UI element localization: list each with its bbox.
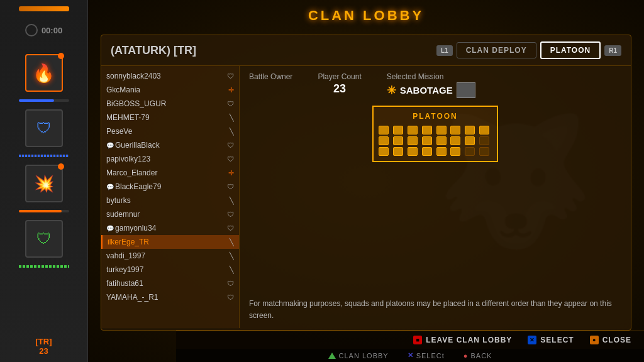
slash-icon: ╲ xyxy=(230,266,234,274)
sidebar-icon-green-shield: 🛡 xyxy=(25,220,63,258)
player-list-item[interactable]: ilkerEge_TR ╲ xyxy=(101,235,239,249)
platoon-cell xyxy=(393,136,403,145)
tab-area: L1 CLAN DEPLOY PLATOON R1 xyxy=(436,41,621,59)
close-label: CLOSE xyxy=(602,336,631,344)
battle-owner-label: Battle Owner xyxy=(249,72,292,81)
sidebar-dots-bar xyxy=(19,265,69,268)
slash-icon: ╲ xyxy=(230,197,234,205)
close-icon: ● xyxy=(590,336,599,344)
tab-r1[interactable]: R1 xyxy=(604,45,621,56)
content-area: sonnyblack2403 🛡 GkcMania ✛ BiGBOSS_UGUR… xyxy=(101,66,631,328)
tab-l1[interactable]: L1 xyxy=(436,45,453,56)
tab-clan-deploy[interactable]: CLAN DEPLOY xyxy=(457,42,536,58)
player-list-item[interactable]: GkcMania ✛ xyxy=(101,83,239,97)
platoon-cell xyxy=(465,126,475,134)
clan-header: (ATATURK) [TR] L1 CLAN DEPLOY PLATOON R1 xyxy=(101,35,631,66)
player-list-item[interactable]: Marco_Elander ✛ xyxy=(101,166,239,180)
player-count-group: Player Count 23 xyxy=(318,72,361,96)
player-list-item[interactable]: fatihusta61 🛡 xyxy=(101,277,239,290)
player-count-label: Player Count xyxy=(318,72,361,81)
progress-fill-blue xyxy=(19,99,54,102)
shield-icon: 🛡 xyxy=(227,155,234,163)
chat-icon: 💬 xyxy=(106,184,114,190)
platoon-cell xyxy=(408,147,418,156)
platoon-cell xyxy=(450,147,460,156)
slash-icon: ╲ xyxy=(230,252,234,260)
stats-bar: Battle Owner Player Count 23 Selected Mi… xyxy=(249,72,621,98)
platoon-cell xyxy=(408,136,418,145)
shield-blue-icon: 🛡 xyxy=(36,119,52,137)
triangle-icon xyxy=(328,353,336,359)
right-panel: Battle Owner Player Count 23 Selected Mi… xyxy=(240,66,631,328)
secondary-clan-lobby[interactable]: CLAN LOBBY xyxy=(328,352,389,359)
player-name: turkey1997 xyxy=(106,265,227,274)
platoon-cell xyxy=(465,147,475,156)
player-name: Marco_Elander xyxy=(106,168,226,177)
player-list[interactable]: sonnyblack2403 🛡 GkcMania ✛ BiGBOSS_UGUR… xyxy=(101,66,240,328)
player-tag: [TR] xyxy=(36,337,52,346)
player-name: GuerillaBlack xyxy=(115,141,225,150)
player-name: GkcMania xyxy=(106,85,226,94)
close-button[interactable]: ● CLOSE xyxy=(590,336,631,344)
player-name: byturks xyxy=(106,196,227,205)
chat-icon: 💬 xyxy=(106,225,114,232)
player-count-value: 23 xyxy=(333,82,346,96)
crosshair-icon: ✛ xyxy=(228,169,234,177)
player-list-item[interactable]: BiGBOSS_UGUR 🛡 xyxy=(101,97,239,111)
player-list-item[interactable]: byturks ╲ xyxy=(101,194,239,207)
select-button[interactable]: ✕ SELECT xyxy=(528,336,574,344)
player-list-item[interactable]: 💬 gamyonlu34 🛡 xyxy=(101,221,239,235)
secondary-back[interactable]: ● BACK xyxy=(464,352,492,359)
player-list-item[interactable]: MEHMET-79 ╲ xyxy=(101,111,239,124)
player-list-item[interactable]: turkey1997 ╲ xyxy=(101,263,239,277)
platoon-cell xyxy=(479,147,489,156)
mission-star: ✳ xyxy=(387,84,396,97)
shield-icon: 🛡 xyxy=(227,100,234,107)
secondary-back-label: BACK xyxy=(470,352,492,359)
player-list-item[interactable]: 💬 GuerillaBlack 🛡 xyxy=(101,138,239,152)
left-sidebar: 00:00 🔥 🛡 💥 🛡 [TR] 23 xyxy=(0,0,88,362)
selected-mission-label: Selected Mission xyxy=(387,72,444,81)
shield-icon: 🛡 xyxy=(227,280,234,287)
select-label: SELECT xyxy=(540,336,574,344)
leave-lobby-button[interactable]: ■ LEAVE CLAN LOBBY xyxy=(413,336,512,344)
player-list-item[interactable]: vahdi_1997 ╲ xyxy=(101,249,239,263)
sidebar-icon-explosion: 💥 xyxy=(25,165,63,202)
platoon-cell xyxy=(450,136,460,145)
slash-icon: ╲ xyxy=(230,128,234,136)
player-list-item[interactable]: YAMAHA_-_R1 🛡 xyxy=(101,290,239,304)
shield-icon: 🛡 xyxy=(227,224,234,232)
platoon-cell xyxy=(422,126,432,134)
sidebar-bottom-info: [TR] 23 xyxy=(36,337,52,356)
platoon-cell xyxy=(436,136,447,145)
flame-icon: 🔥 xyxy=(33,63,55,84)
sidebar-icon-flame: 🔥 xyxy=(25,54,63,92)
platoon-title: PLATOON xyxy=(379,112,492,121)
chat-icon: 💬 xyxy=(106,142,114,149)
platoon-cell xyxy=(465,136,475,145)
player-name: ilkerEge_TR xyxy=(108,238,227,246)
shield-icon: 🛡 xyxy=(227,141,234,149)
player-list-item[interactable]: sonnyblack2403 🛡 xyxy=(101,69,239,83)
secondary-select[interactable]: ✕ SELECt xyxy=(408,351,445,359)
timer-circle-icon xyxy=(25,24,38,36)
bottom-actions: ■ LEAVE CLAN LOBBY ✕ SELECT ● CLOSE xyxy=(176,331,644,349)
explosion-icon: 💥 xyxy=(34,174,54,194)
circle-icon: ● xyxy=(464,352,468,359)
bottom-secondary: CLAN LOBBY ✕ SELECt ● BACK xyxy=(176,349,644,362)
platoon-grid xyxy=(379,126,492,156)
progress-bar-orange xyxy=(19,210,69,212)
player-list-item[interactable]: 💬 BlackEagle79 🛡 xyxy=(101,180,239,194)
platoon-cell xyxy=(422,136,432,145)
player-name: vahdi_1997 xyxy=(106,251,227,260)
player-list-item[interactable]: sudemnur 🛡 xyxy=(101,207,239,221)
shield-icon: 🛡 xyxy=(227,72,234,80)
main-panel: (ATATURK) [TR] L1 CLAN DEPLOY PLATOON R1… xyxy=(101,35,631,331)
platoon-cell xyxy=(379,126,389,134)
selected-mission-value: ✳ SABOTAGE xyxy=(387,82,475,98)
progress-bar-blue xyxy=(19,99,69,102)
tab-platoon[interactable]: PLATOON xyxy=(540,41,601,59)
player-list-item[interactable]: PeseVe ╲ xyxy=(101,124,239,138)
orange-dot-2 xyxy=(58,163,64,170)
player-list-item[interactable]: papivolky123 🛡 xyxy=(101,152,239,166)
